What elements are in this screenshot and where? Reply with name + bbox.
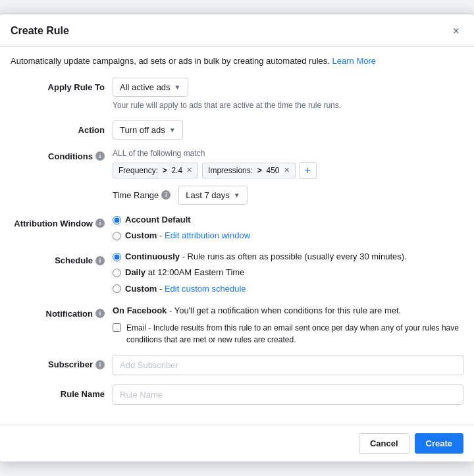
schedule-daily-label[interactable]: Daily at 12:00AM Eastern Time [125, 267, 244, 278]
attribution-account-default-label[interactable]: Account Default [125, 214, 191, 226]
apply-rule-to-label: Apply Rule To [11, 78, 113, 92]
time-range-info-icon: i [161, 190, 171, 199]
attribution-account-default-radio[interactable] [113, 216, 121, 225]
apply-rule-to-row: Apply Rule To All active ads ▼ Your rule… [11, 78, 463, 111]
intro-text: Automatically update campaigns, ad sets … [11, 55, 463, 68]
action-content: Turn off ads ▼ [113, 120, 463, 140]
cancel-button[interactable]: Cancel [359, 433, 409, 454]
apply-rule-to-content: All active ads ▼ Your rule will apply to… [113, 78, 463, 111]
conditions-info-icon: i [95, 151, 105, 161]
action-label: Action [11, 120, 113, 135]
condition-tag-frequency: Frequency: > 2.4 ✕ [113, 163, 198, 178]
modal-header: Create Rule × [0, 14, 474, 47]
schedule-info-icon: i [95, 256, 105, 265]
subscriber-info-icon: i [95, 360, 105, 369]
rule-name-row: Rule Name [11, 384, 463, 405]
schedule-custom-option: Custom - Edit custom schedule [113, 283, 463, 295]
conditions-content: ALL of the following match Frequency: > … [113, 149, 463, 205]
create-rule-modal: Create Rule × Automatically update campa… [0, 14, 474, 462]
subscriber-row: Subscriber i [11, 355, 463, 375]
schedule-custom-label[interactable]: Custom - Edit custom schedule [125, 283, 246, 295]
modal-footer: Cancel Create [0, 425, 474, 462]
subscriber-label: Subscriber i [11, 355, 113, 369]
notification-on-facebook: On Facebook - You'll get a notification … [113, 304, 463, 317]
schedule-label: Schedule i [11, 251, 113, 265]
time-range-dropdown-arrow-icon: ▼ [234, 192, 240, 199]
schedule-daily-radio[interactable] [113, 269, 121, 277]
edit-attribution-link[interactable]: Edit attribution window [165, 230, 250, 240]
condition-tag-impressions: Impressions: > 450 ✕ [202, 163, 295, 178]
rule-name-label: Rule Name [11, 384, 113, 399]
conditions-all-text: ALL of the following match [113, 149, 463, 158]
subscriber-input[interactable] [113, 355, 463, 375]
attribution-custom-radio[interactable] [113, 232, 121, 240]
edit-custom-schedule-link[interactable]: Edit custom schedule [165, 284, 246, 294]
subscriber-content [113, 355, 463, 375]
action-dropdown-arrow-icon: ▼ [169, 126, 176, 134]
schedule-custom-radio[interactable] [113, 284, 121, 293]
time-range-label: Time Range i [113, 190, 171, 200]
schedule-row: Schedule i Continuously - Rule runs as o… [11, 251, 463, 295]
add-condition-button[interactable]: + [300, 162, 317, 179]
action-dropdown[interactable]: Turn off ads ▼ [113, 120, 183, 140]
notification-row: Notification i On Facebook - You'll get … [11, 304, 463, 346]
conditions-label: Conditions i [11, 149, 113, 161]
schedule-daily-option: Daily at 12:00AM Eastern Time [113, 267, 463, 278]
rule-name-content [113, 384, 463, 405]
schedule-continuously-option: Continuously - Rule runs as often as pos… [113, 251, 463, 263]
schedule-radio-group: Continuously - Rule runs as often as pos… [113, 251, 463, 295]
apply-rule-helper: Your rule will apply to ads that are act… [113, 100, 463, 111]
email-notification-checkbox[interactable] [113, 323, 121, 332]
remove-frequency-icon[interactable]: ✕ [186, 166, 192, 174]
attribution-window-row: Attribution Window i Account Default Cus… [11, 214, 463, 242]
attribution-custom-option: Custom - Edit attribution window [113, 230, 463, 242]
attribution-window-label: Attribution Window i [11, 214, 113, 228]
email-notification-label[interactable]: Email - Include results from this rule t… [126, 322, 463, 346]
attribution-account-default-option: Account Default [113, 214, 463, 226]
notification-info-icon: i [95, 309, 105, 318]
remove-impressions-icon[interactable]: ✕ [284, 166, 290, 174]
conditions-row: Conditions i ALL of the following match … [11, 149, 463, 205]
action-row: Action Turn off ads ▼ [11, 120, 463, 140]
attribution-custom-label[interactable]: Custom - Edit attribution window [125, 230, 250, 242]
time-range-dropdown[interactable]: Last 7 days ▼ [178, 186, 247, 205]
notification-label: Notification i [11, 304, 113, 319]
time-range-row: Time Range i Last 7 days ▼ [113, 186, 463, 205]
notification-email-row: Email - Include results from this rule t… [113, 322, 463, 346]
apply-rule-to-dropdown[interactable]: All active ads ▼ [113, 78, 188, 97]
close-button[interactable]: × [448, 24, 463, 38]
conditions-tags: Frequency: > 2.4 ✕ Impressions: > 450 ✕ … [113, 162, 463, 179]
notification-content: On Facebook - You'll get a notification … [113, 304, 463, 346]
modal-title: Create Rule [11, 25, 69, 37]
modal-body: Automatically update campaigns, ad sets … [0, 47, 474, 425]
attribution-window-content: Account Default Custom - Edit attributio… [113, 214, 463, 242]
dropdown-arrow-icon: ▼ [174, 84, 181, 91]
create-button[interactable]: Create [415, 433, 463, 454]
learn-more-link[interactable]: Learn More [332, 56, 376, 66]
schedule-continuously-radio[interactable] [113, 253, 121, 261]
attribution-info-icon: i [95, 219, 105, 228]
rule-name-input[interactable] [113, 384, 463, 405]
schedule-continuously-label[interactable]: Continuously - Rule runs as often as pos… [125, 251, 407, 263]
schedule-content: Continuously - Rule runs as often as pos… [113, 251, 463, 295]
